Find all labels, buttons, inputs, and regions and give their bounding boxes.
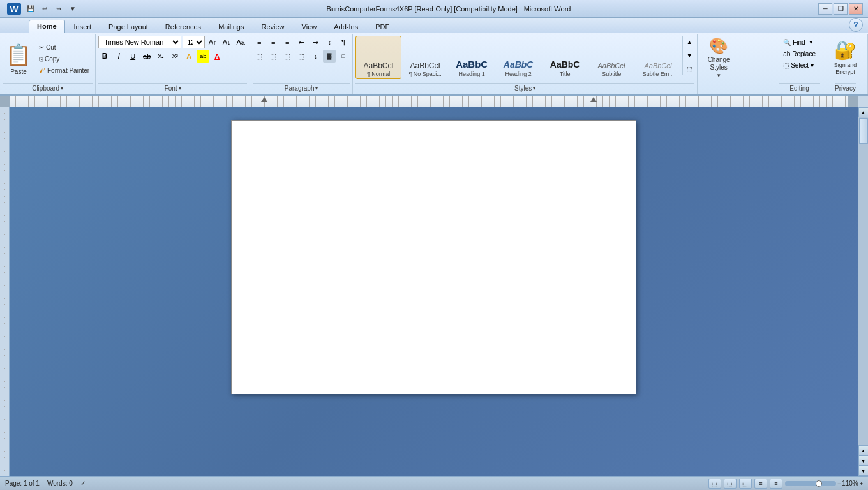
ribbon: 📋 Paste ✂ Cut ⎘ Copy 🖌 Format Painter [0,33,868,96]
decrease-font-button[interactable]: A↓ [220,36,233,48]
scrollbar-track[interactable] [858,117,868,445]
superscript-button[interactable]: X² [168,50,181,63]
font-size-selector[interactable]: 12 [183,36,205,48]
cut-icon: ✂ [39,44,44,51]
scroll-line-up[interactable]: ▲ [858,445,869,456]
style-subtitle[interactable]: AaBbCcI Subtitle [588,36,634,79]
bullets-button[interactable]: ≡ [253,36,266,48]
sign-encrypt-button[interactable]: 🔐 Sign andEncrypt [827,36,865,79]
select-button[interactable]: ⬚ Select ▾ [780,60,817,71]
style-no-spacing-label: ¶ No Spaci... [408,71,441,77]
line-spacing-button[interactable]: ↕ [309,50,322,63]
zoom-slider[interactable] [785,481,836,486]
text-effects-button[interactable]: A [183,50,195,63]
paste-button[interactable]: 📋 Paste [3,36,34,82]
borders-button[interactable]: □ [337,50,350,63]
editing-content: 🔍 Find ▼ ab Replace ⬚ Select ▾ [779,36,820,82]
style-title[interactable]: AaBbC Title [542,36,588,79]
close-button[interactable]: ✕ [849,3,863,15]
find-label: Find [793,39,805,46]
tab-page-layout[interactable]: Page Layout [100,20,156,33]
ruler-scrollbar-placeholder [858,96,868,107]
ruler [0,96,868,107]
scrollbar-thumb[interactable] [859,118,868,144]
minimize-button[interactable]: ─ [818,3,832,15]
style-subtle-em[interactable]: AaBbCcI Subtle Em... [635,36,681,79]
word-logo[interactable]: W [5,1,23,17]
style-no-spacing[interactable]: AaBbCcI ¶ No Spaci... [402,36,448,79]
ruler-left-indent [0,96,10,107]
scroll-up-button[interactable]: ▲ [858,107,869,117]
increase-indent-button[interactable]: ⇥ [309,36,322,48]
paragraph-expand-icon[interactable]: ▾ [315,85,318,91]
italic-button[interactable]: I [112,50,125,63]
style-subtle-em-label: Subtle Em... [643,71,674,77]
shading-button[interactable]: ▓ [323,50,336,63]
styles-scroll-up[interactable]: ▲ [684,36,694,48]
restore-button[interactable]: ❐ [834,3,848,15]
help-button[interactable]: ? [849,18,863,32]
sort-button[interactable]: ↕ [323,36,336,48]
styles-expand-button[interactable]: ⬚ [684,63,694,75]
underline-button[interactable]: U [126,50,139,63]
show-hide-button[interactable]: ¶ [337,36,350,48]
scroll-down-button[interactable]: ▼ [858,466,869,476]
change-styles-button[interactable]: 🎨 ChangeStyles ▼ [700,36,737,79]
font-color-button[interactable]: A [211,50,223,63]
full-screen-button[interactable]: ⬚ [724,479,737,489]
style-subtitle-label: Subtitle [602,71,621,77]
font-expand-icon[interactable]: ▾ [179,85,181,91]
quick-save-button[interactable]: 💾 [24,3,37,15]
outline-button[interactable]: ≡ [754,479,767,489]
select-label: Select ▾ [791,62,814,69]
document-page[interactable] [231,120,636,394]
left-ruler [0,107,10,476]
tab-addins[interactable]: Add-Ins [326,20,366,33]
quick-redo-button[interactable]: ↪ [52,3,65,15]
style-normal[interactable]: AaBbCcI ¶ Normal [355,36,401,79]
tab-pdf[interactable]: PDF [367,20,398,33]
scroll-line-down[interactable]: ▼ [858,456,869,466]
clipboard-small-btns: ✂ Cut ⎘ Copy 🖌 Format Painter [36,36,93,82]
align-right-button[interactable]: ⬚ [281,50,294,63]
styles-expand-icon[interactable]: ▾ [533,85,535,91]
draft-button[interactable]: ≡ [770,479,782,489]
strikethrough-button[interactable]: ab [140,50,153,63]
tab-review[interactable]: Review [253,20,292,33]
zoom-in-icon[interactable]: + [860,480,863,487]
tab-insert[interactable]: Insert [66,20,100,33]
tab-home[interactable]: Home [29,20,65,33]
copy-button[interactable]: ⎘ Copy [36,54,93,64]
style-heading2[interactable]: AaBbC Heading 2 [495,36,541,79]
styles-scroll-down[interactable]: ▼ [684,49,694,62]
tab-view[interactable]: View [294,20,326,33]
subscript-button[interactable]: X₂ [154,50,167,63]
zoom-out-icon[interactable]: − [837,480,841,487]
tab-mailings[interactable]: Mailings [210,20,252,33]
web-layout-button[interactable]: ⬚ [739,479,752,489]
cut-button[interactable]: ✂ Cut [36,42,93,53]
align-center-button[interactable]: ⬚ [267,50,280,63]
bold-button[interactable]: B [98,50,111,63]
quick-undo-button[interactable]: ↩ [38,3,51,15]
change-case-button[interactable]: Aa [234,36,247,48]
spelling-check-icon[interactable]: ✓ [80,480,86,487]
decrease-indent-button[interactable]: ⇤ [295,36,308,48]
format-painter-button[interactable]: 🖌 Format Painter [36,65,93,76]
multilevel-button[interactable]: ≡ [281,36,294,48]
increase-font-button[interactable]: A↑ [206,36,219,48]
print-layout-button[interactable]: ⬚ [708,479,721,489]
tab-references[interactable]: References [157,20,209,33]
font-family-row: Times New Roman 12 A↑ A↓ Aa [98,36,247,48]
align-left-button[interactable]: ⬚ [253,50,266,63]
find-button[interactable]: 🔍 Find ▼ [780,37,816,48]
replace-button[interactable]: ab Replace [780,48,819,59]
justify-button[interactable]: ⬚ [295,50,308,63]
font-family-selector[interactable]: Times New Roman [98,36,181,48]
clipboard-expand-icon[interactable]: ▾ [61,85,63,91]
highlight-button[interactable]: ab [197,50,209,63]
doc-scroll-area[interactable] [10,107,858,476]
quick-access-dropdown[interactable]: ▼ [66,3,79,15]
style-heading1[interactable]: AaBbC Heading 1 [449,36,495,79]
numbering-button[interactable]: ≡ [267,36,280,48]
